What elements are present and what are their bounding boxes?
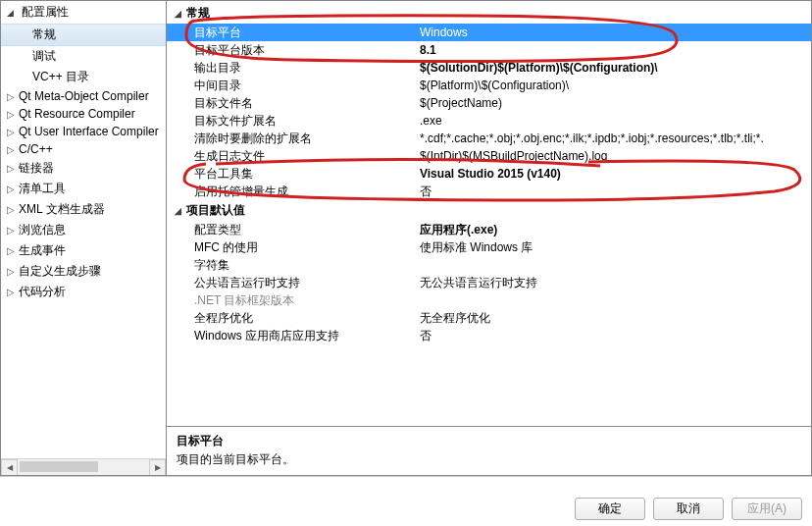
- tree-item[interactable]: ▷XML 文档生成器: [1, 199, 166, 220]
- tree-item-label: 自定义生成步骤: [17, 263, 101, 280]
- property-value[interactable]: $(IntDir)$(MSBuildProjectName).log: [420, 148, 811, 164]
- tree-item[interactable]: ▷链接器: [1, 158, 166, 179]
- expand-icon[interactable]: ▷: [5, 204, 17, 215]
- description-title: 目标平台: [177, 433, 801, 449]
- property-section-header[interactable]: ◢项目默认值: [167, 200, 811, 221]
- property-value[interactable]: $(SolutionDir)$(Platform)\$(Configuratio…: [420, 60, 811, 76]
- property-value[interactable]: 8.1: [420, 42, 811, 58]
- tree-item[interactable]: ▷生成事件: [1, 240, 166, 261]
- property-row[interactable]: 生成日志文件$(IntDir)$(MSBuildProjectName).log: [167, 147, 811, 165]
- apply-button[interactable]: 应用(A): [732, 498, 802, 520]
- property-key: 启用托管增量生成: [194, 184, 420, 199]
- property-value[interactable]: 否: [420, 184, 811, 199]
- property-row[interactable]: Windows 应用商店应用支持否: [167, 327, 811, 344]
- tree-item[interactable]: 调试: [1, 46, 166, 67]
- property-row[interactable]: 字符集: [167, 256, 811, 274]
- tree-item[interactable]: ▷Qt Meta-Object Compiler: [1, 87, 166, 105]
- property-key: 中间目录: [194, 78, 420, 93]
- property-row[interactable]: .NET 目标框架版本: [167, 291, 811, 309]
- scroll-right-icon[interactable]: ▶: [149, 459, 166, 476]
- property-row[interactable]: 清除时要删除的扩展名*.cdf;*.cache;*.obj;*.obj.enc;…: [167, 130, 811, 147]
- cancel-button[interactable]: 取消: [653, 498, 724, 520]
- tree-item[interactable]: ▷浏览信息: [1, 220, 166, 240]
- scroll-left-icon[interactable]: ◀: [1, 459, 18, 476]
- property-section-header[interactable]: ◢常规: [167, 3, 811, 24]
- property-value[interactable]: Windows: [420, 25, 811, 40]
- property-value[interactable]: 无全程序优化: [420, 310, 811, 326]
- collapse-icon[interactable]: ◢: [175, 9, 186, 19]
- property-row[interactable]: 输出目录$(SolutionDir)$(Platform)\$(Configur…: [167, 59, 811, 77]
- scroll-track[interactable]: [18, 459, 149, 475]
- tree-header-label: 配置属性: [22, 5, 69, 19]
- property-row[interactable]: 配置类型应用程序(.exe): [167, 221, 811, 238]
- tree-item[interactable]: ▷Qt User Interface Compiler: [1, 123, 166, 140]
- section-title: 常规: [186, 5, 210, 22]
- property-row[interactable]: 启用托管增量生成否: [167, 183, 811, 200]
- expand-icon[interactable]: ▷: [5, 127, 17, 137]
- main-container: ◢ 配置属性 常规调试VC++ 目录▷Qt Meta-Object Compil…: [0, 0, 812, 477]
- property-key: 全程序优化: [194, 310, 420, 326]
- property-value[interactable]: .exe: [420, 113, 811, 129]
- expand-icon[interactable]: ▷: [5, 245, 17, 256]
- tree-item-label: 清单工具: [17, 181, 66, 197]
- property-value[interactable]: $(ProjectName): [420, 95, 811, 111]
- description-panel: 目标平台 项目的当前目标平台。: [167, 426, 811, 475]
- property-key: 输出目录: [194, 60, 420, 76]
- tree-item-label: 浏览信息: [17, 222, 66, 238]
- property-key: .NET 目标框架版本: [194, 292, 420, 308]
- tree-item[interactable]: ▷自定义生成步骤: [1, 261, 166, 282]
- expand-icon[interactable]: ▷: [5, 163, 17, 174]
- tree-item-label: 生成事件: [17, 242, 66, 259]
- expand-icon[interactable]: ▷: [5, 91, 17, 102]
- property-key: 生成日志文件: [194, 148, 420, 164]
- expand-icon[interactable]: ▷: [5, 225, 17, 236]
- property-value[interactable]: Visual Studio 2015 (v140): [420, 166, 811, 182]
- property-row[interactable]: 目标文件扩展名.exe: [167, 112, 811, 130]
- tree-item[interactable]: ▷C/C++: [1, 140, 166, 158]
- property-row[interactable]: 目标文件名$(ProjectName): [167, 94, 811, 112]
- tree-header: ◢ 配置属性: [1, 1, 166, 24]
- property-row[interactable]: 目标平台Windows: [167, 24, 811, 41]
- tree-item-label: Qt User Interface Compiler: [17, 125, 159, 138]
- property-row[interactable]: 平台工具集Visual Studio 2015 (v140): [167, 165, 811, 183]
- expand-icon[interactable]: ▷: [5, 287, 17, 297]
- tree-h-scrollbar[interactable]: ◀ ▶: [1, 458, 166, 475]
- expand-icon[interactable]: ▷: [5, 144, 17, 155]
- property-value[interactable]: 无公共语言运行时支持: [420, 275, 811, 290]
- property-value[interactable]: 否: [420, 328, 811, 343]
- tree-item[interactable]: ▷Qt Resource Compiler: [1, 105, 166, 123]
- tree-item-label: 调试: [30, 48, 56, 65]
- tree-item[interactable]: 常规: [1, 24, 166, 46]
- tree-item-label: XML 文档生成器: [17, 201, 105, 218]
- property-key: Windows 应用商店应用支持: [194, 328, 420, 343]
- property-value[interactable]: 使用标准 Windows 库: [420, 239, 811, 255]
- property-value[interactable]: $(Platform)\$(Configuration)\: [420, 78, 811, 93]
- property-key: 清除时要删除的扩展名: [194, 131, 420, 146]
- property-row[interactable]: 公共语言运行时支持无公共语言运行时支持: [167, 274, 811, 291]
- expand-icon[interactable]: ▷: [5, 184, 17, 194]
- tree-item-label: Qt Meta-Object Compiler: [17, 89, 149, 103]
- tree-item[interactable]: ▷代码分析: [1, 282, 166, 302]
- tree-item[interactable]: VC++ 目录: [1, 67, 166, 87]
- property-key: 目标平台: [194, 25, 420, 40]
- property-key: 公共语言运行时支持: [194, 275, 420, 290]
- property-key: 配置类型: [194, 222, 420, 237]
- expand-icon[interactable]: ▷: [5, 109, 17, 120]
- section-title: 项目默认值: [186, 202, 245, 219]
- property-pane: ◢常规目标平台Windows目标平台版本8.1输出目录$(SolutionDir…: [167, 0, 812, 476]
- property-value[interactable]: 应用程序(.exe): [420, 222, 811, 237]
- tree-item[interactable]: ▷清单工具: [1, 179, 166, 199]
- property-row[interactable]: MFC 的使用使用标准 Windows 库: [167, 238, 811, 256]
- expand-icon[interactable]: ▷: [5, 266, 17, 277]
- collapse-icon[interactable]: ◢: [175, 206, 186, 216]
- property-row[interactable]: 中间目录$(Platform)\$(Configuration)\: [167, 77, 811, 94]
- ok-button[interactable]: 确定: [575, 498, 645, 520]
- scroll-thumb[interactable]: [20, 461, 98, 472]
- property-value[interactable]: *.cdf;*.cache;*.obj;*.obj.enc;*.ilk;*.ip…: [420, 131, 811, 146]
- property-row[interactable]: 全程序优化无全程序优化: [167, 309, 811, 327]
- property-row[interactable]: 目标平台版本8.1: [167, 41, 811, 59]
- collapse-icon[interactable]: ◢: [7, 8, 19, 18]
- tree-item-label: Qt Resource Compiler: [17, 107, 135, 121]
- tree-item-label: 链接器: [17, 160, 54, 177]
- tree-item-label: 代码分析: [17, 284, 66, 300]
